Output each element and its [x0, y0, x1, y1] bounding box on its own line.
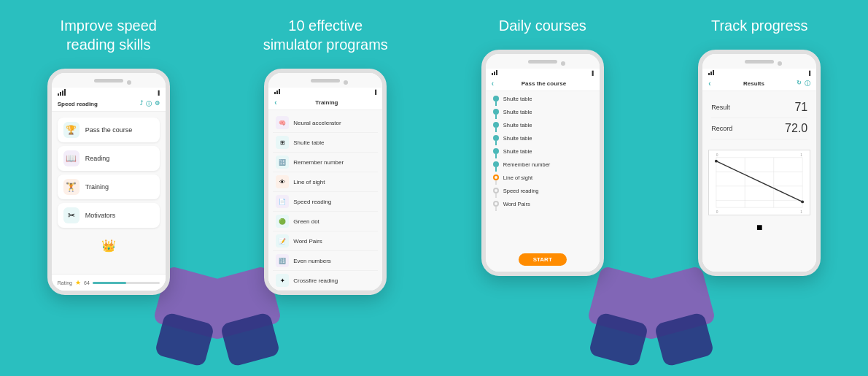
t-text-7: Even numbers: [293, 258, 331, 264]
t-text-6: Word Pairs: [293, 238, 322, 245]
gear-icon[interactable]: ⚙: [155, 100, 160, 108]
line-0: [495, 101, 497, 106]
course-item-7: Speed reading: [490, 186, 595, 199]
line-3: [495, 141, 497, 145]
bar1: [274, 92, 276, 94]
dot-7: [493, 188, 499, 193]
panel-2: 10 effective simulator programs ▐ ‹ Trai…: [217, 0, 435, 376]
course-list: Shulte table Shulte table Shulte table: [486, 91, 600, 248]
results-section: Result 71 Record 72.0: [702, 91, 816, 145]
t-icon-5: 🟢: [276, 215, 289, 228]
bar3: [496, 70, 497, 75]
record-value: 72.0: [785, 122, 807, 135]
phone-4: ▐ ‹ Results ↻ ⓘ Result 71 Record 72.0: [698, 50, 821, 276]
chart-footer-icon: ■: [702, 220, 816, 234]
menu-text-training: Training: [85, 183, 109, 191]
training-item-1[interactable]: ⊞ Shulte table: [273, 133, 378, 153]
training-item-3[interactable]: 👁 Line of sight: [273, 172, 378, 192]
back-button-4[interactable]: ‹: [708, 80, 710, 88]
dot-col-6: [493, 174, 499, 185]
svg-text:0: 0: [716, 153, 718, 157]
header-title-1: Speed reading: [58, 101, 98, 107]
chart-area: 0 1 0 1: [708, 150, 810, 215]
star-icon: ★: [75, 279, 81, 286]
line-8: [495, 207, 497, 211]
training-item-4[interactable]: 📄 Speed reading: [273, 192, 378, 212]
course-icon: 🏆: [63, 122, 80, 138]
header-icons-4: ↻ ⓘ: [797, 80, 810, 88]
course-name-5: Remember number: [503, 161, 551, 172]
menu-item-motivators[interactable]: ✂ Motivators: [58, 203, 160, 228]
training-icon: 🏋: [63, 179, 80, 195]
t-text-0: Neural accelerator: [293, 120, 341, 126]
line-2: [495, 128, 497, 132]
bar1: [708, 73, 710, 75]
header-title-2: Training: [315, 99, 338, 106]
training-item-2[interactable]: 🔢 Remember number: [273, 153, 378, 172]
status-bar-2: ▐: [268, 88, 382, 96]
bar3: [279, 89, 280, 94]
back-button-3[interactable]: ‹: [492, 80, 494, 88]
line-5: [495, 167, 497, 172]
menu-item-reading[interactable]: 📖 Reading: [58, 146, 160, 171]
start-button[interactable]: START: [519, 253, 567, 266]
bar1: [58, 93, 59, 96]
crown-icon: 👑: [58, 236, 160, 256]
line-7: [495, 193, 497, 198]
line-4: [495, 154, 497, 158]
dot-col-3: [493, 135, 499, 145]
bar3: [62, 91, 63, 96]
training-list: 🧠 Neural accelerator ⊞ Shulte table 🔢 Re…: [268, 110, 382, 291]
info-icon[interactable]: ⓘ: [146, 100, 152, 108]
header-icons-1: ⤴ ⓘ ⚙: [140, 100, 160, 108]
info-icon-4[interactable]: ⓘ: [805, 80, 810, 88]
menu-item-course[interactable]: 🏆 Pass the course: [58, 118, 160, 142]
phone-2: ▐ ‹ Training 🧠 Neural accelerator ⊞ Shul…: [264, 69, 387, 295]
phone-1: ▐ Speed reading ⤴ ⓘ ⚙ 🏆 Pass the course …: [47, 69, 170, 295]
motivators-icon: ✂: [63, 207, 80, 223]
t-text-2: Remember number: [293, 159, 344, 166]
menu-text-motivators: Motivators: [85, 212, 116, 219]
t-icon-2: 🔢: [276, 156, 289, 169]
menu-item-training[interactable]: 🏋 Training: [58, 174, 160, 199]
start-section: START: [486, 248, 600, 272]
course-name-1: Shulte table: [503, 109, 532, 119]
course-name-6: Line of sight: [503, 174, 532, 185]
svg-point-9: [715, 160, 718, 163]
phone-header-2: ‹ Training: [268, 96, 382, 110]
panel-1-title: Improve speed reading skills: [46, 0, 171, 65]
line-1: [495, 115, 497, 119]
dot-col-8: [493, 201, 499, 211]
battery-icon-4: ▐: [807, 71, 810, 75]
phone-header-4: ‹ Results ↻ ⓘ: [702, 77, 816, 91]
t-text-8: Crossfire reading: [293, 277, 338, 284]
phone-header-3: ‹ Pass the course: [486, 77, 600, 91]
rating-label: Rating: [58, 280, 72, 285]
status-bar-1: ▐: [52, 88, 166, 97]
bar3: [713, 70, 714, 75]
training-item-7[interactable]: 🔢 Even numbers: [273, 251, 378, 271]
menu-text-course: Pass the course: [85, 126, 133, 134]
t-text-5: Green dot: [293, 218, 319, 225]
panel-3-title: Daily courses: [484, 0, 601, 46]
refresh-icon[interactable]: ↻: [797, 80, 802, 88]
dot-col-0: [493, 96, 499, 106]
training-item-6[interactable]: 📝 Word Pairs: [273, 231, 378, 251]
bar2: [276, 91, 278, 94]
training-item-0[interactable]: 🧠 Neural accelerator: [273, 113, 378, 133]
bar4: [64, 89, 66, 96]
back-button-2[interactable]: ‹: [274, 99, 276, 107]
panel-4: Track progress ▐ ‹ Results ↻ ⓘ: [651, 0, 869, 376]
training-item-8[interactable]: ✦ Crossfire reading: [273, 271, 378, 291]
course-item-8: Word Pairs: [490, 199, 595, 212]
share-icon[interactable]: ⤴: [140, 100, 143, 108]
bar1: [492, 73, 493, 75]
svg-text:1: 1: [800, 210, 802, 214]
result-row: Result 71: [711, 97, 807, 118]
course-item-1: Shulte table: [490, 107, 595, 120]
status-bar-3: ▐: [486, 69, 600, 77]
training-item-5[interactable]: 🟢 Green dot: [273, 212, 378, 231]
dot-1: [493, 109, 499, 115]
header-title-3: Pass the course: [522, 80, 566, 87]
reading-icon: 📖: [63, 150, 80, 166]
